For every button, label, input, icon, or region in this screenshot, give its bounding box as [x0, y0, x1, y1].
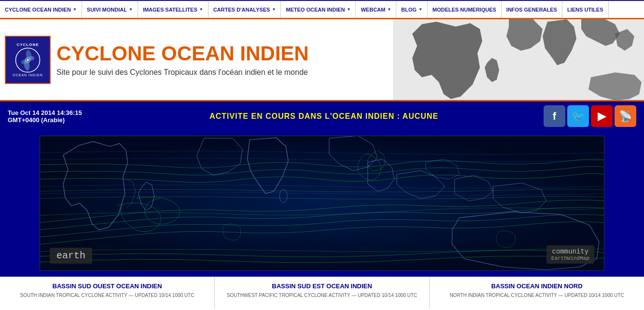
- nav-item-label: METEO OCEAN INDIEN: [286, 7, 345, 13]
- nav-item-cyclone-ocean-indien[interactable]: CYCLONE OCEAN INDIEN▼: [0, 1, 82, 18]
- bottom-section-1: BASSIN SUD EST OCEAN INDIENSOUTHWEST PAC…: [215, 277, 430, 308]
- nav-item-label: IMAGES SATELLITES: [143, 7, 197, 13]
- community-top-text: community: [551, 248, 589, 255]
- section-subtitle-1: SOUTHWEST PACIFIC TROPICAL CYCLONE ACTIV…: [220, 293, 424, 298]
- nav-item-label: BLOG: [401, 7, 417, 13]
- nav-item-label: CARTES D'ANALYSES: [213, 7, 270, 13]
- nav-dropdown-arrow-icon: ▼: [199, 7, 203, 12]
- nav-dropdown-arrow-icon: ▼: [129, 7, 133, 12]
- wind-map-container: earth community EarthWindMap: [40, 136, 604, 271]
- rss-icon[interactable]: 📡: [615, 105, 636, 127]
- site-header: CYCLONE OCEAN INDIEN CYCLONE OCEAN INDIE…: [0, 19, 644, 101]
- header-text: CYCLONE OCEAN INDIEN Site pour le suivi …: [56, 42, 309, 76]
- nav-item-label: WEBCAM: [361, 7, 385, 13]
- logo-icon: [14, 47, 41, 73]
- logo-area: CYCLONE OCEAN INDIEN CYCLONE OCEAN INDIE…: [5, 36, 309, 84]
- datetime-line2: GMT+0400 (Arabie): [8, 116, 104, 124]
- navigation-bar: CYCLONE OCEAN INDIEN▼SUIVI MONDIAL▼IMAGE…: [0, 0, 644, 19]
- section-subtitle-0: SOUTH INDIAN TROPICAL CYCLONE ACTIVITY —…: [5, 293, 210, 298]
- logo-box: CYCLONE OCEAN INDIEN: [5, 36, 51, 84]
- datetime: Tue Oct 14 2014 14:36:15 GMT+0400 (Arabi…: [8, 109, 104, 124]
- section-title-0: BASSIN SUD OUEST OCEAN INDIEN: [5, 282, 210, 290]
- community-label[interactable]: community EarthWindMap: [546, 245, 594, 264]
- nav-item-label: CYCLONE OCEAN INDIEN: [5, 7, 71, 13]
- datetime-line1: Tue Oct 14 2014 14:36:15: [8, 109, 104, 116]
- nav-dropdown-arrow-icon: ▼: [419, 7, 422, 12]
- nav-item-suivi-mondial[interactable]: SUIVI MONDIAL▼: [82, 1, 138, 18]
- svg-point-2: [27, 59, 29, 61]
- nav-item-webcam[interactable]: WEBCAM▼: [356, 1, 396, 18]
- youtube-icon[interactable]: ▶: [591, 105, 613, 127]
- site-subtitle: Site pour le suivi des Cyclones Tropicau…: [56, 68, 309, 77]
- nav-item-meteo-ocean-indien[interactable]: METEO OCEAN INDIEN▼: [281, 1, 356, 18]
- logo-top-text: CYCLONE: [16, 42, 39, 47]
- twitter-icon[interactable]: 🐦: [567, 105, 589, 127]
- nav-item-label: SUIVI MONDIAL: [87, 7, 127, 13]
- bottom-section-2: BASSIN OCEAN INDIEN NORDNORTH INDIAN TRO…: [430, 277, 644, 308]
- nav-item-cartes-d'analyses[interactable]: CARTES D'ANALYSES▼: [209, 1, 281, 18]
- bottom-section-0: BASSIN SUD OUEST OCEAN INDIENSOUTH INDIA…: [0, 277, 215, 308]
- nav-dropdown-arrow-icon: ▼: [387, 7, 391, 12]
- bottom-sections: BASSIN SUD OUEST OCEAN INDIENSOUTH INDIA…: [0, 276, 644, 308]
- nav-item-label: LIENS UTILES: [567, 7, 603, 13]
- nav-item-label: INFOS GENERALES: [506, 7, 557, 13]
- section-title-1: BASSIN SUD EST OCEAN INDIEN: [220, 282, 424, 290]
- nav-dropdown-arrow-icon: ▼: [73, 7, 77, 12]
- facebook-icon[interactable]: f: [544, 105, 565, 127]
- logo-bottom-text: OCEAN INDIEN: [13, 73, 43, 77]
- header-map: [393, 19, 644, 101]
- nav-item-modeles-numeriques[interactable]: MODELES NUMERIQUES: [428, 1, 502, 18]
- nav-item-images-satellites[interactable]: IMAGES SATELLITES▼: [138, 1, 209, 18]
- nav-dropdown-arrow-icon: ▼: [347, 7, 351, 12]
- info-bar: Tue Oct 14 2014 14:36:15 GMT+0400 (Arabi…: [0, 101, 644, 131]
- nav-dropdown-arrow-icon: ▼: [272, 7, 276, 12]
- nav-item-liens-utiles[interactable]: LIENS UTILES: [562, 1, 609, 18]
- section-subtitle-2: NORTH INDIAN TROPICAL CYCLONE ACTIVITY —…: [434, 293, 639, 298]
- site-title: CYCLONE OCEAN INDIEN: [56, 42, 309, 65]
- community-bottom-text: EarthWindMap: [551, 255, 589, 261]
- social-icons: f 🐦 ▶ 📡: [544, 105, 636, 127]
- section-title-2: BASSIN OCEAN INDIEN NORD: [434, 282, 639, 290]
- activity-text: ACTIVITE EN COURS DANS L'OCEAN INDIEN : …: [114, 112, 534, 121]
- nav-item-blog[interactable]: BLOG▼: [396, 1, 428, 18]
- nav-item-label: MODELES NUMERIQUES: [433, 7, 496, 13]
- nav-item-infos-generales[interactable]: INFOS GENERALES: [502, 1, 562, 18]
- earth-label[interactable]: earth: [50, 248, 92, 264]
